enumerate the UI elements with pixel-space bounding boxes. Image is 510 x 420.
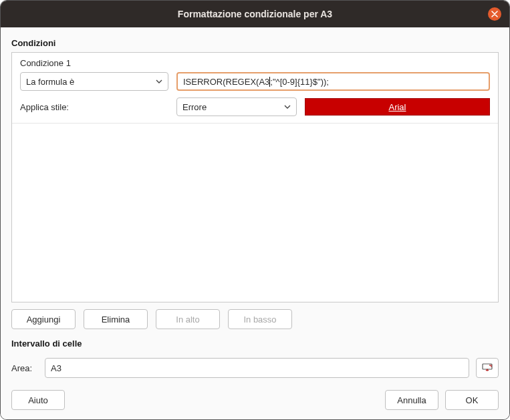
help-button-label: Aiuto — [28, 395, 48, 405]
range-section-label: Intervallo di celle — [11, 339, 499, 349]
style-dropdown[interactable]: Errore — [176, 97, 297, 116]
area-row: Area: A3 — [11, 358, 499, 378]
cancel-button[interactable]: Annulla — [385, 390, 438, 410]
delete-button[interactable]: Elimina — [84, 309, 148, 329]
condition-type-dropdown[interactable]: La formula è — [20, 72, 168, 91]
ok-button-label: OK — [466, 395, 479, 405]
condition-item[interactable]: Condizione 1 La formula è ISERROR(REGEX(… — [12, 53, 498, 124]
chevron-down-icon — [284, 103, 291, 110]
up-button-label: In alto — [176, 314, 199, 325]
down-button: In basso — [228, 309, 292, 329]
up-button: In alto — [156, 309, 220, 329]
style-preview-text: Arial — [388, 102, 406, 112]
close-icon — [491, 11, 498, 17]
ok-button[interactable]: OK — [445, 390, 499, 410]
close-button[interactable] — [488, 7, 501, 21]
svg-rect-0 — [483, 364, 492, 369]
condition-type-row: La formula è ISERROR(REGEX(A3;"^[0-9]{11… — [20, 72, 490, 91]
conditions-section-label: Condizioni — [11, 38, 499, 48]
condition-title: Condizione 1 — [20, 58, 490, 68]
cancel-button-label: Annulla — [397, 395, 426, 405]
area-input[interactable]: A3 — [45, 358, 469, 378]
dialog-footer: Aiuto Annulla OK — [11, 390, 499, 410]
formula-input[interactable]: ISERROR(REGEX(A3;"^[0-9]{11}$")); — [176, 72, 490, 91]
down-button-label: In basso — [243, 314, 276, 325]
shrink-reference-button[interactable] — [476, 358, 499, 378]
area-label: Area: — [11, 363, 38, 373]
conditions-list: Condizione 1 La formula è ISERROR(REGEX(… — [11, 52, 499, 302]
dialog-content: Condizioni Condizione 1 La formula è ISE… — [1, 27, 509, 419]
style-value: Errore — [182, 102, 284, 112]
help-button[interactable]: Aiuto — [11, 390, 65, 410]
formula-text-before: ISERROR(REGEX(A3 — [183, 77, 269, 87]
style-preview: Arial — [305, 98, 490, 116]
chevron-down-icon — [156, 78, 162, 85]
window-title: Formattazione condizionale per A3 — [178, 9, 332, 19]
apply-style-label: Applica stile: — [20, 102, 168, 112]
conditions-empty-area[interactable] — [12, 124, 498, 302]
apply-style-row: Applica stile: Errore Arial — [20, 97, 490, 116]
formula-text-after: ;"^[0-9]{11}$")); — [270, 77, 329, 87]
condition-type-value: La formula è — [26, 77, 156, 87]
condition-buttons: Aggiungi Elimina In alto In basso — [11, 309, 499, 329]
area-value: A3 — [51, 363, 61, 373]
delete-button-label: Elimina — [102, 314, 130, 325]
add-button-label: Aggiungi — [27, 314, 61, 325]
titlebar: Formattazione condizionale per A3 — [1, 1, 509, 27]
footer-spacer — [72, 390, 378, 410]
add-button[interactable]: Aggiungi — [11, 309, 76, 329]
shrink-icon — [482, 363, 493, 373]
dialog-window: Formattazione condizionale per A3 Condiz… — [0, 0, 510, 420]
